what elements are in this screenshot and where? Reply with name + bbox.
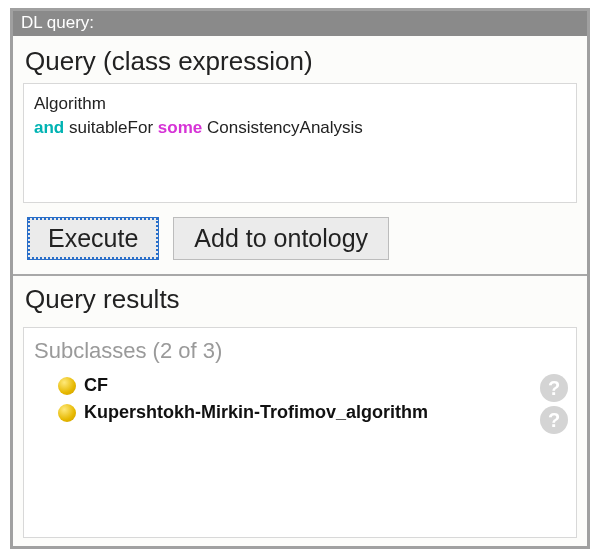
query-results-box: Subclasses (2 of 3) CF Kupershtokh-Mirki… — [23, 327, 577, 538]
window-title: DL query: — [13, 11, 587, 36]
results-section-title: Query results — [23, 280, 577, 321]
result-row[interactable]: CF — [34, 372, 566, 399]
class-icon — [58, 404, 76, 422]
class-icon — [58, 377, 76, 395]
help-column: ? ? — [540, 374, 568, 434]
query-token: suitableFor — [69, 118, 153, 137]
subclasses-count-label: Subclasses (2 of 3) — [34, 334, 566, 372]
keyword-and: and — [34, 118, 64, 137]
viewport: DL query: Query (class expression) Algor… — [0, 0, 600, 557]
section-divider — [13, 274, 587, 276]
help-icon[interactable]: ? — [540, 374, 568, 402]
keyword-some: some — [158, 118, 202, 137]
window-content: Query (class expression) Algorithm and s… — [13, 36, 587, 546]
query-token: ConsistencyAnalysis — [207, 118, 363, 137]
query-token: Algorithm — [34, 94, 106, 113]
query-line-1: Algorithm — [34, 92, 566, 116]
query-expression-input[interactable]: Algorithm and suitableFor some Consisten… — [23, 83, 577, 203]
dl-query-window: DL query: Query (class expression) Algor… — [10, 8, 590, 549]
add-to-ontology-button[interactable]: Add to ontology — [173, 217, 389, 260]
help-icon[interactable]: ? — [540, 406, 568, 434]
result-label: Kupershtokh-Mirkin-Trofimov_algorithm — [84, 402, 428, 423]
query-section-title: Query (class expression) — [23, 42, 577, 83]
execute-button[interactable]: Execute — [27, 217, 159, 260]
result-label: CF — [84, 375, 108, 396]
button-row: Execute Add to ontology — [23, 203, 577, 272]
result-row[interactable]: Kupershtokh-Mirkin-Trofimov_algorithm — [34, 399, 566, 426]
query-line-2: and suitableFor some ConsistencyAnalysis — [34, 116, 566, 140]
